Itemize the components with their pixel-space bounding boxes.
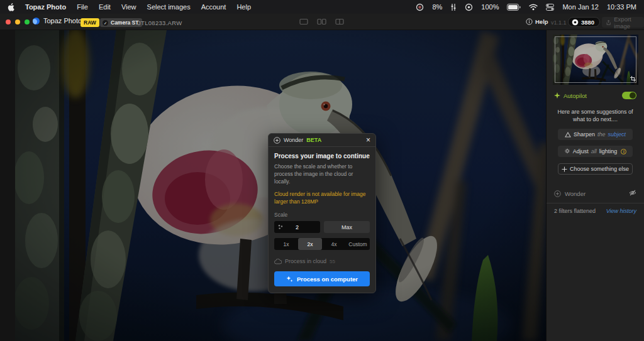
filters-status: 2 filters flattened (554, 208, 596, 214)
adjust-info-icon[interactable]: i (621, 149, 626, 154)
suggestion-sharpen-button[interactable]: Sharpen the subject (558, 129, 633, 140)
suggestion-adjust-button[interactable]: Adjust all lighting i (558, 146, 633, 157)
raw-badge: RAW (80, 18, 99, 27)
menu-date[interactable]: Mon Jan 12 (562, 3, 598, 11)
scale-controls: 2 Max (274, 221, 370, 233)
viewport-rect[interactable] (555, 36, 636, 83)
menu-edit[interactable]: Edit (99, 3, 111, 11)
app-title-bar: Topaz Photo RAW ✓ Camera ST JTL08233.ARW… (0, 14, 644, 30)
camera-profile-label: Camera ST (111, 19, 138, 26)
view-history-link[interactable]: View history (606, 208, 636, 214)
preset-2x[interactable]: 2x (298, 238, 322, 250)
right-sidebar: Autopilot Here are some suggestions of w… (546, 30, 644, 341)
sidebar-divider (547, 203, 644, 203)
scale-value: 2 (296, 224, 299, 230)
battery-icon[interactable] (507, 4, 521, 11)
suggestions-intro: Here are some suggestions of what to do … (552, 108, 639, 123)
open-filename: JTL08233.ARW (138, 19, 182, 26)
process-on-computer-button[interactable]: Process on computer (274, 271, 370, 286)
apple-icon[interactable] (8, 3, 14, 11)
record-status-icon[interactable] (416, 3, 424, 11)
menu-account[interactable]: Account (201, 3, 226, 11)
dialog-header: Wonder BETA × (269, 134, 375, 147)
app-version: v1.1.1 (551, 19, 567, 26)
sharpen-verb: Sharpen (574, 131, 595, 138)
preset-4x[interactable]: 4x (322, 238, 346, 250)
export-label: Export image (614, 16, 640, 30)
crop-icon[interactable] (630, 76, 636, 83)
credits-count: 3880 (581, 19, 594, 26)
sharpen-target: subject (608, 131, 626, 138)
device-battery-percent[interactable]: 8% (432, 3, 442, 11)
eye-off-icon[interactable] (629, 190, 636, 197)
camera-profile-icon: ✓ (103, 20, 108, 26)
lamp-icon (564, 148, 570, 154)
cloud-label: Process in cloud (285, 258, 326, 264)
preset-1x[interactable]: 1x (274, 238, 298, 250)
sharpen-icon (565, 132, 571, 138)
dialog-body: Process your image to continue Choose th… (269, 147, 375, 293)
sparkles-icon (286, 276, 293, 283)
export-icon (606, 19, 611, 26)
cloud-credit-cost: 55 (330, 259, 335, 264)
wonder-filter-label: Wonder (565, 190, 586, 197)
zoom-window-button[interactable] (25, 19, 30, 24)
view-split-icon[interactable] (335, 18, 344, 26)
autopilot-toggle[interactable] (622, 92, 636, 99)
macos-menu-bar: Topaz Photo File Edit View Select images… (0, 0, 644, 14)
wonder-icon (274, 137, 280, 144)
volume-percent[interactable]: 100% (481, 3, 499, 11)
menu-time[interactable]: 10:33 PM (607, 3, 636, 11)
max-scale-button[interactable]: Max (324, 221, 370, 233)
autopilot-label: Autopilot (564, 92, 587, 99)
choose-something-else-button[interactable]: Choose something else (558, 163, 633, 175)
scale-value-button[interactable]: 2 (274, 221, 320, 233)
dialog-description: Choose the scale and whether to process … (274, 163, 370, 186)
play-circle-icon[interactable] (465, 3, 473, 11)
scale-label: Scale (274, 212, 370, 218)
credits-icon (572, 19, 579, 26)
wonder-filter-row[interactable]: Wonder (554, 190, 636, 197)
close-icon[interactable]: × (366, 136, 370, 144)
help-button[interactable]: Help (526, 18, 548, 25)
control-center-icon[interactable] (546, 4, 554, 11)
preset-custom[interactable]: Custom (346, 238, 370, 250)
wifi-icon[interactable] (529, 4, 538, 11)
navigator-thumbnail[interactable] (553, 35, 638, 85)
menu-app-name[interactable]: Topaz Photo (25, 3, 66, 11)
cloud-icon (274, 259, 282, 264)
computer-label: Process on computer (297, 276, 358, 283)
plus-icon (562, 166, 567, 172)
menu-file[interactable]: File (77, 3, 88, 11)
toggle-knob (630, 92, 636, 99)
export-image-button[interactable]: Export image (602, 17, 644, 28)
dialog-title: Wonder (284, 137, 303, 143)
menu-select-images[interactable]: Select images (147, 3, 191, 11)
scale-presets: 1x 2x 4x Custom (274, 238, 370, 250)
app-title: Topaz Photo (43, 17, 82, 24)
view-side-by-side-icon[interactable] (317, 18, 326, 26)
info-icon (526, 18, 533, 25)
adjust-target: lighting (599, 148, 618, 154)
close-window-button[interactable] (6, 19, 11, 24)
help-label: Help (535, 18, 548, 25)
dialog-heading: Process your image to continue (274, 153, 370, 160)
camera-profile-badge[interactable]: ✓ Camera ST (100, 18, 142, 27)
filters-status-row: 2 filters flattened View history (554, 208, 636, 214)
menu-view[interactable]: View (121, 3, 136, 11)
sharpen-article: the (597, 131, 606, 138)
menu-help[interactable]: Help (236, 3, 251, 11)
adjust-verb: Adjust (573, 148, 589, 154)
wonder-process-dialog: Wonder BETA × Process your image to cont… (268, 133, 376, 293)
scale-icon (278, 224, 283, 231)
minimize-window-button[interactable] (15, 19, 20, 24)
topaz-logo-icon (33, 18, 40, 24)
adjust-scope: all (591, 148, 597, 154)
autopilot-row: Autopilot (554, 92, 636, 99)
credits-pill[interactable]: 3880 (568, 17, 600, 27)
cloud-warning: Cloud render is not available for image … (274, 191, 370, 206)
process-in-cloud-button[interactable]: Process in cloud 55 (274, 258, 370, 264)
wonder-icon (554, 190, 561, 197)
sliders-icon[interactable] (450, 3, 457, 11)
view-single-icon[interactable] (299, 18, 308, 26)
